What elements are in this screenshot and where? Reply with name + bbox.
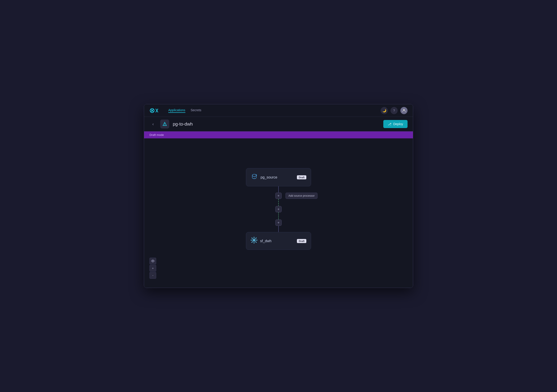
add-processor-button-2[interactable]: +: [275, 206, 282, 212]
help-button[interactable]: ?: [391, 107, 398, 114]
zoom-out-icon: -: [152, 274, 154, 277]
nav-links: Applications Secrets: [168, 108, 373, 113]
nav-bar: Applications Secrets 🌙 ?: [144, 104, 413, 117]
snowflake-icon: [251, 237, 257, 245]
svg-point-8: [164, 125, 165, 125]
add-source-processor-tooltip: Add source processor: [286, 193, 318, 199]
eye-control-button[interactable]: [149, 258, 156, 264]
add-source-processor-wrapper: + Add source processor: [275, 193, 282, 199]
logo: [149, 107, 159, 114]
nav-secrets[interactable]: Secrets: [191, 108, 201, 113]
pipeline-canvas[interactable]: pg_source Draft + Add source processor +…: [144, 138, 413, 288]
app-icon: [160, 120, 169, 128]
svg-point-19: [256, 240, 257, 241]
zoom-out-button[interactable]: -: [149, 272, 156, 279]
add-processor-button-1[interactable]: +: [275, 193, 282, 199]
svg-point-17: [254, 243, 254, 244]
svg-point-24: [253, 240, 255, 241]
destination-draft-badge: Draft: [297, 239, 306, 243]
svg-point-22: [256, 238, 257, 238]
source-node[interactable]: pg_source Draft: [246, 168, 311, 186]
deploy-label: Deploy: [393, 122, 403, 126]
destination-node-name: sf_dwh: [260, 239, 294, 243]
connector-1: [278, 186, 279, 193]
map-controls: + -: [149, 258, 156, 279]
pipeline: pg_source Draft + Add source processor +…: [246, 168, 311, 250]
deploy-button[interactable]: ⎇ Deploy: [383, 120, 408, 128]
postgres-icon: [251, 173, 258, 182]
zoom-in-icon: +: [152, 266, 154, 270]
dashed-connector-1: [278, 199, 279, 206]
theme-toggle-button[interactable]: 🌙: [381, 107, 388, 114]
destination-node[interactable]: sf_dwh Draft: [246, 232, 311, 250]
source-node-name: pg_source: [261, 175, 294, 179]
svg-point-20: [252, 238, 253, 238]
svg-point-23: [252, 242, 253, 243]
svg-point-18: [251, 240, 252, 241]
add-processor-button-3[interactable]: +: [275, 220, 282, 226]
zoom-in-button[interactable]: +: [149, 265, 156, 272]
source-draft-badge: Draft: [297, 175, 306, 179]
connector-2: [278, 226, 279, 232]
avatar[interactable]: [400, 107, 408, 114]
nav-applications[interactable]: Applications: [168, 108, 185, 113]
svg-point-16: [254, 237, 254, 238]
app-title: pg-to-dwh: [173, 121, 380, 127]
deploy-icon: ⎇: [388, 122, 391, 126]
draft-mode-text: Draft mode: [149, 133, 164, 136]
app-window: Applications Secrets 🌙 ? ‹ pg-to-dwh: [144, 104, 413, 288]
draft-mode-banner: Draft mode: [144, 131, 413, 138]
dashed-connector-2: [278, 212, 279, 220]
svg-point-25: [152, 261, 154, 262]
nav-right: 🌙 ?: [381, 107, 408, 114]
svg-point-21: [256, 242, 257, 243]
back-button[interactable]: ‹: [149, 120, 157, 128]
toolbar: ‹ pg-to-dwh ⎇ Deploy: [144, 117, 413, 131]
